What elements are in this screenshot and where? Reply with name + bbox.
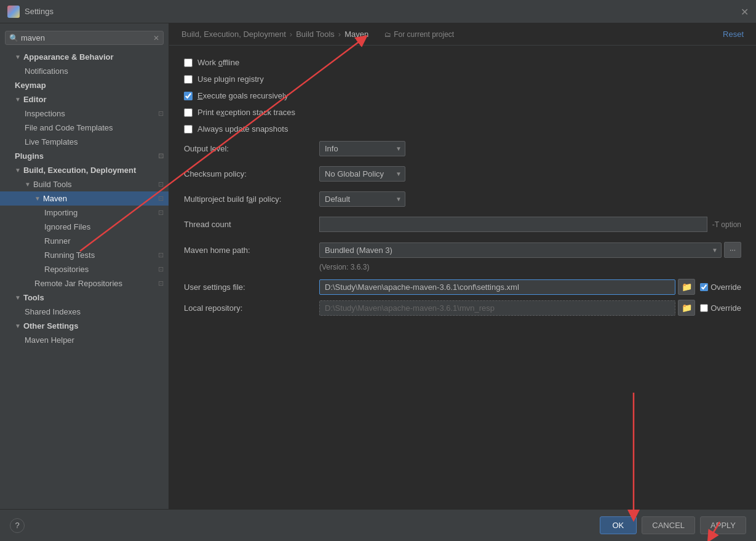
apply-button[interactable]: APPLY bbox=[700, 516, 746, 534]
thread-count-label: Thread count bbox=[184, 220, 319, 229]
work-offline-row: Work offline bbox=[184, 58, 741, 67]
sidebar-item-plugins[interactable]: Plugins ⊡ bbox=[0, 149, 169, 163]
help-button[interactable]: ? bbox=[10, 518, 25, 533]
app-icon bbox=[7, 6, 20, 18]
close-button[interactable]: ✕ bbox=[741, 6, 749, 17]
sidebar-label-editor: Editor bbox=[23, 95, 47, 104]
sidebar-item-runner[interactable]: Runner bbox=[0, 234, 169, 248]
local-repository-override-checkbox[interactable] bbox=[700, 304, 708, 312]
local-repository-override-label: Override bbox=[710, 303, 741, 313]
use-plugin-registry-label: Use plugin registry bbox=[197, 74, 264, 84]
user-settings-override-checkbox[interactable] bbox=[700, 283, 708, 291]
sidebar-label-plugins: Plugins bbox=[15, 151, 44, 161]
breadcrumb-bar: Build, Execution, Deployment › Build Too… bbox=[169, 23, 756, 46]
always-update-checkbox[interactable] bbox=[184, 125, 193, 134]
sidebar-item-notifications[interactable]: Notifications bbox=[0, 64, 169, 78]
dialog-body: 🔍 ✕ ▼ Appearance & Behavior Notification… bbox=[0, 23, 756, 509]
sidebar-item-appearance-behavior[interactable]: ▼ Appearance & Behavior bbox=[0, 50, 169, 64]
title-bar: Settings ✕ bbox=[0, 0, 756, 23]
cancel-button[interactable]: CANCEL bbox=[642, 516, 695, 534]
sidebar-label-importing: Importing bbox=[44, 208, 78, 217]
work-offline-checkbox[interactable] bbox=[184, 58, 193, 67]
expand-arrow-other: ▼ bbox=[15, 323, 21, 329]
clear-search-icon[interactable]: ✕ bbox=[153, 34, 159, 42]
local-repository-row: Local repository: 📁 Override bbox=[184, 300, 741, 316]
breadcrumb-part-3: Maven bbox=[344, 30, 368, 39]
always-update-label: Always update snapshots bbox=[197, 124, 288, 134]
sidebar-item-live-templates[interactable]: Live Templates bbox=[0, 135, 169, 149]
sidebar-label-live-templates: Live Templates bbox=[25, 137, 78, 146]
sidebar-label-repositories: Repositories bbox=[44, 265, 89, 274]
maven-home-select[interactable]: Bundled (Maven 3) bbox=[319, 242, 722, 258]
output-level-row: Output level: Info Debug Warning Error ▼ bbox=[184, 141, 741, 156]
sidebar-item-repositories[interactable]: Repositories ⊡ bbox=[0, 262, 169, 276]
sidebar-item-importing[interactable]: Importing ⊡ bbox=[0, 206, 169, 220]
expand-arrow-build: ▼ bbox=[15, 167, 21, 174]
sidebar-label-tools: Tools bbox=[23, 293, 44, 302]
copy-icon-repositories: ⊡ bbox=[158, 265, 164, 273]
expand-arrow-editor: ▼ bbox=[15, 96, 21, 103]
output-level-select[interactable]: Info Debug Warning Error bbox=[319, 141, 405, 156]
multiproject-row: Multiproject build fail policy: Default … bbox=[184, 191, 741, 207]
checksum-policy-select[interactable]: No Global Policy Strict Lax bbox=[319, 166, 405, 182]
sidebar-item-other-settings[interactable]: ▼ Other Settings bbox=[0, 319, 169, 333]
maven-home-more-button[interactable]: ··· bbox=[724, 242, 741, 258]
sidebar-item-ignored-files[interactable]: Ignored Files bbox=[0, 220, 169, 234]
sidebar-item-inspections[interactable]: Inspections ⊡ bbox=[0, 106, 169, 121]
print-exception-checkbox[interactable] bbox=[184, 108, 193, 117]
sidebar-item-keymap[interactable]: Keymap bbox=[0, 78, 169, 92]
user-settings-folder-button[interactable]: 📁 bbox=[678, 279, 695, 295]
sidebar-label-keymap: Keymap bbox=[15, 81, 46, 90]
content-area: Build, Execution, Deployment › Build Too… bbox=[169, 23, 756, 509]
user-settings-file-control: 📁 Override bbox=[319, 279, 741, 295]
print-exception-row: Print exception stack traces bbox=[184, 108, 741, 117]
ok-button[interactable]: OK bbox=[600, 516, 637, 534]
copy-icon-plugins: ⊡ bbox=[158, 152, 164, 160]
local-repository-folder-button[interactable]: 📁 bbox=[678, 300, 695, 316]
multiproject-label: Multiproject build fail policy: bbox=[184, 194, 319, 204]
reset-link[interactable]: Reset bbox=[723, 30, 744, 39]
copy-icon-importing: ⊡ bbox=[158, 209, 164, 217]
checksum-policy-label: Checksum policy: bbox=[184, 169, 319, 178]
sidebar-label-other-settings: Other Settings bbox=[23, 321, 79, 331]
copy-icon-remote-jar: ⊡ bbox=[158, 279, 164, 287]
search-input[interactable] bbox=[21, 33, 153, 42]
sidebar-item-file-code-templates[interactable]: File and Code Templates bbox=[0, 121, 169, 135]
always-update-row: Always update snapshots bbox=[184, 124, 741, 134]
output-level-label: Output level: bbox=[184, 144, 319, 153]
sidebar-item-remote-jar-repositories[interactable]: Remote Jar Repositories ⊡ bbox=[0, 276, 169, 291]
sidebar-item-editor[interactable]: ▼ Editor bbox=[0, 92, 169, 106]
copy-icon-build-tools: ⊡ bbox=[158, 180, 164, 188]
sidebar-label-notifications: Notifications bbox=[25, 66, 68, 76]
sidebar-item-tools[interactable]: ▼ Tools bbox=[0, 291, 169, 305]
local-repository-label: Local repository: bbox=[184, 303, 319, 313]
sidebar-item-build-execution-deployment[interactable]: ▼ Build, Execution, Deployment bbox=[0, 163, 169, 177]
copy-icon-running-tests: ⊡ bbox=[158, 251, 164, 259]
sidebar-item-maven[interactable]: ▼ Maven ⊡ bbox=[0, 191, 169, 206]
maven-home-path-control: Bundled (Maven 3) ▼ ··· bbox=[319, 242, 741, 258]
sidebar-item-running-tests[interactable]: Running Tests ⊡ bbox=[0, 248, 169, 262]
user-settings-override-label: Override bbox=[710, 283, 741, 292]
breadcrumb: Build, Execution, Deployment › Build Too… bbox=[181, 30, 454, 39]
use-plugin-registry-checkbox[interactable] bbox=[184, 75, 193, 84]
sidebar-item-shared-indexes[interactable]: Shared Indexes bbox=[0, 305, 169, 319]
sidebar-label-maven-helper: Maven Helper bbox=[25, 335, 74, 345]
maven-home-dropdown-wrapper: Bundled (Maven 3) ▼ bbox=[319, 242, 722, 258]
local-repository-override: Override bbox=[700, 303, 741, 313]
expand-arrow-build-tools: ▼ bbox=[25, 181, 31, 188]
sidebar-item-maven-helper[interactable]: Maven Helper bbox=[0, 333, 169, 347]
maven-version-text: (Version: 3.6.3) bbox=[319, 263, 741, 271]
sidebar: 🔍 ✕ ▼ Appearance & Behavior Notification… bbox=[0, 23, 169, 509]
execute-goals-checkbox[interactable] bbox=[184, 92, 193, 100]
thread-count-input[interactable] bbox=[319, 217, 707, 232]
user-settings-file-input[interactable] bbox=[319, 279, 675, 295]
local-repository-control: 📁 Override bbox=[319, 300, 741, 316]
local-repository-input[interactable] bbox=[319, 300, 675, 316]
sidebar-item-build-tools[interactable]: ▼ Build Tools ⊡ bbox=[0, 177, 169, 191]
breadcrumb-sep-1: › bbox=[290, 30, 292, 39]
multiproject-select[interactable]: Default At End Never Fail Fast bbox=[319, 191, 405, 207]
checksum-policy-control: No Global Policy Strict Lax ▼ bbox=[319, 166, 741, 182]
sidebar-label-file-code-templates: File and Code Templates bbox=[25, 123, 113, 132]
multiproject-dropdown-wrapper: Default At End Never Fail Fast ▼ bbox=[319, 191, 405, 207]
use-plugin-registry-row: Use plugin registry bbox=[184, 74, 741, 84]
